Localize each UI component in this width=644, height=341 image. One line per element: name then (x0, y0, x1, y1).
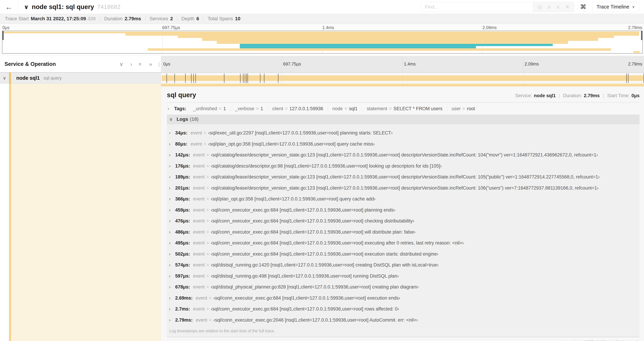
log-entry[interactable]: ›597μs:event=‹sql/distsql_running.go:498… (169, 271, 640, 282)
minimap-left-drag-handle[interactable] (2, 31, 4, 40)
log-timestamp: 486μs: (175, 229, 190, 235)
log-entry[interactable]: ›502μs:event=‹sql/conn_executor_exec.go:… (169, 249, 640, 260)
span-bar-cell[interactable] (161, 73, 644, 84)
trace-minimap: 0μs 697.75μs 1.4ms 2.09ms 2.79ms (0, 24, 644, 56)
log-entry[interactable]: ›189μs:event=‹sql/catalog/lease/descript… (169, 172, 640, 183)
log-field-value: ‹sql/catalog/lease/descriptor_version_st… (211, 174, 600, 180)
chevron-right-icon[interactable]: › (169, 130, 175, 136)
span-name-cell[interactable]: ∨ node sql1 sql query (0, 73, 161, 84)
chevron-right-icon[interactable]: › (169, 317, 175, 323)
service-operation-header: Service & Operation ∨ › » » ∥ (0, 56, 161, 72)
chevron-right-icon[interactable]: › (169, 229, 175, 235)
column-resizer-handle[interactable]: ∥ (157, 61, 161, 67)
tag-key: _unfinished (193, 106, 217, 111)
view-selector-button[interactable]: Trace Timeline ∨ (592, 2, 639, 12)
log-entry[interactable]: ›476μs:event=‹sql/conn_executor_exec.go:… (169, 216, 640, 227)
log-field-value: ‹sql/exec_util.go:2297 [nsql1,client=127… (208, 130, 393, 136)
chevron-right-icon[interactable]: › (169, 163, 175, 169)
chevron-right-icon[interactable]: › (169, 295, 175, 301)
log-entry[interactable]: ›176μs:event=‹sql/catalog/descs/descript… (169, 161, 640, 172)
chevron-right-icon[interactable]: › (169, 273, 175, 279)
log-entry[interactable]: ›34μs:event=‹sql/exec_util.go:2297 [nsql… (169, 128, 640, 139)
duration-value: 2.79ms (584, 93, 600, 98)
link-icon[interactable] (633, 340, 638, 341)
tag-item[interactable]: client=127.0.0.1:59936 (268, 106, 328, 111)
minimap-tick-label: 2.79ms (628, 25, 642, 30)
chevron-right-icon[interactable]: › (169, 306, 175, 312)
log-entry[interactable]: ›366μs:event=‹sql/plan_opt.go:358 [nsql1… (169, 194, 640, 205)
log-tick-mark (626, 74, 627, 83)
log-field-value: ‹sql/conn_executor_exec.go:684 [nsql1,cl… (211, 240, 464, 246)
span-color-strip (9, 84, 11, 341)
log-timestamp: 142μs: (175, 152, 190, 158)
tag-equals: = (344, 106, 347, 111)
minimap-right-drag-handle[interactable] (641, 31, 642, 40)
expand-one-icon[interactable]: › (130, 61, 132, 67)
log-field-value: ‹sql/catalog/lease/descriptor_version_st… (211, 185, 598, 191)
log-entry[interactable]: ›2.69ms:event=‹sql/conn_executor_exec.go… (169, 293, 640, 304)
find-controls: ◎ ∧ ∨ ✕ (533, 2, 574, 12)
logs-note: Log timestamps are relative to the start… (167, 326, 640, 337)
chevron-right-icon[interactable]: › (169, 284, 175, 290)
minimap-canvas[interactable] (2, 31, 642, 54)
log-field-key: event (193, 251, 205, 257)
log-field-value: ‹sql/conn_executor_exec.go:2046 [nsql1,c… (213, 317, 418, 323)
log-equals: = (206, 306, 209, 312)
chevron-right-icon[interactable]: › (169, 141, 175, 147)
tag-item[interactable]: user=root (447, 106, 480, 111)
log-timestamp: 2.7ms: (175, 306, 190, 312)
prev-match-icon[interactable]: ∧ (547, 4, 551, 10)
chevron-right-icon[interactable]: › (169, 262, 175, 268)
chevron-right-icon[interactable]: › (168, 106, 174, 111)
chevron-right-icon[interactable]: › (169, 218, 175, 224)
tag-item[interactable]: node=sql1 (328, 106, 362, 111)
detail-span-title: sql query (167, 91, 196, 99)
chevron-right-icon[interactable]: › (169, 196, 175, 202)
log-entry[interactable]: ›459μs:event=‹sql/conn_executor_exec.go:… (169, 205, 640, 216)
locate-icon[interactable]: ◎ (538, 4, 542, 10)
chevron-down-icon[interactable]: ∨ (0, 76, 9, 81)
log-entry[interactable]: ›2.7ms:event=‹sql/conn_executor_exec.go:… (169, 303, 640, 315)
log-entry[interactable]: ›80μs:event=‹sql/plan_opt.go:358 [nsql1,… (169, 139, 640, 150)
span-duration-bar[interactable] (162, 75, 644, 81)
logs-block: ∨ Logs (18) ›34μs:event=‹sql/exec_util.g… (167, 115, 640, 337)
services-value: 2 (170, 16, 173, 22)
chevron-right-icon[interactable]: › (169, 185, 175, 191)
keyboard-shortcuts-button[interactable]: ⌘ (578, 2, 589, 12)
tags-row[interactable]: › Tags: _unfinished=1_verbose=1client=12… (167, 103, 640, 115)
log-entry[interactable]: ›201μs:event=‹sql/catalog/lease/descript… (169, 183, 640, 194)
divider: | (559, 93, 560, 98)
tag-item[interactable]: statement=SELECT * FROM users (362, 106, 447, 111)
log-entry[interactable]: ›574μs:event=‹sql/distsql_running.go:142… (169, 259, 640, 271)
log-entry[interactable]: ›486μs:event=‹sql/conn_executor_exec.go:… (169, 227, 640, 238)
tag-item[interactable]: _unfinished=1 (189, 106, 230, 111)
log-entry[interactable]: ›678μs:event=‹sql/distsql_physical_plann… (169, 281, 640, 293)
trace-start-value: March 31 2022, 17:25:09 (31, 16, 86, 22)
tag-value: 1 (260, 106, 263, 111)
logs-header[interactable]: ∨ Logs (18) (167, 115, 640, 124)
chevron-right-icon[interactable]: › (169, 251, 175, 257)
chevron-right-icon[interactable]: › (169, 207, 175, 213)
detail-footer: SpanID: 4877749850101760812 (167, 337, 640, 341)
trace-collapse-icon[interactable]: ∨ (24, 4, 29, 11)
log-entry[interactable]: ›495μs:event=‹sql/conn_executor_exec.go:… (169, 238, 640, 249)
back-button[interactable]: ← (0, 0, 18, 14)
expand-all-icon[interactable]: » (149, 61, 152, 67)
chevron-right-icon[interactable]: › (169, 152, 175, 158)
clear-search-icon[interactable]: ✕ (565, 4, 570, 10)
chevron-right-icon[interactable]: › (169, 174, 175, 180)
find-input[interactable] (421, 2, 533, 12)
timeline-gridline (402, 56, 403, 72)
axis-tick-label: 0μs (163, 62, 170, 67)
span-color-strip (9, 73, 11, 84)
collapse-all-icon[interactable]: » (138, 63, 144, 66)
collapse-one-icon[interactable]: ∨ (119, 61, 123, 67)
chevron-right-icon[interactable]: › (169, 240, 175, 246)
next-match-icon[interactable]: ∨ (556, 4, 560, 10)
tag-item[interactable]: _verbose=1 (230, 106, 268, 111)
log-entry[interactable]: ›2.79ms:event=‹sql/conn_executor_exec.go… (169, 315, 640, 326)
log-tick-mark (264, 74, 264, 83)
detail-title-row: sql query Service: node sql1 | Duration:… (167, 88, 640, 102)
log-entry[interactable]: ›142μs:event=‹sql/catalog/lease/descript… (169, 150, 640, 161)
services-label: Services (150, 16, 168, 22)
